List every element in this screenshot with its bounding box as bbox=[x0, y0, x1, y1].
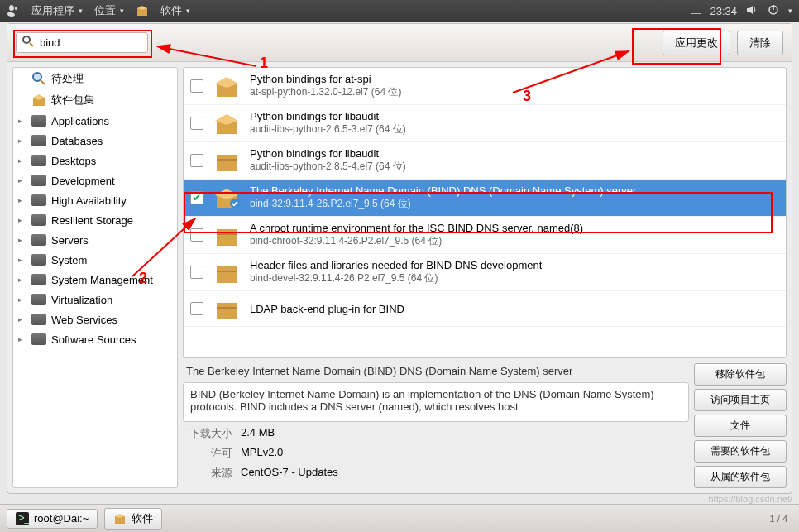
detail-source-value: CentOS-7 - Updates bbox=[241, 466, 338, 481]
detail-title: The Berkeley Internet Name Domain (BIND)… bbox=[183, 363, 689, 379]
files-button[interactable]: 文件 bbox=[694, 415, 787, 437]
panel-tray: 二 23:34 ▾ bbox=[691, 3, 792, 19]
sidebar-collections[interactable]: 软件包集 bbox=[13, 89, 177, 111]
sidebar-pending-label: 待处理 bbox=[51, 71, 84, 86]
svg-point-5 bbox=[33, 73, 41, 81]
folder-icon bbox=[31, 253, 46, 266]
sidebar-category-label: Databases bbox=[51, 135, 103, 147]
folder-icon bbox=[31, 273, 46, 286]
disclosure-triangle-icon: ▸ bbox=[18, 276, 26, 284]
taskbar-terminal-label: root@Dai:~ bbox=[34, 512, 89, 525]
detail-size-value: 2.4 MB bbox=[241, 426, 275, 441]
panel-places-menu[interactable]: 位置 bbox=[94, 3, 124, 18]
detail-size-label: 下载大小 bbox=[186, 426, 232, 441]
sidebar-category-label: System bbox=[51, 254, 87, 266]
sidebar-collections-label: 软件包集 bbox=[51, 93, 94, 108]
svg-rect-13 bbox=[217, 266, 237, 283]
package-checkbox[interactable] bbox=[190, 154, 203, 167]
search-input[interactable] bbox=[40, 36, 142, 49]
svg-line-6 bbox=[41, 80, 45, 84]
sidebar-category[interactable]: ▸Desktops bbox=[13, 151, 177, 170]
package-subtitle: bind-32:9.11.4-26.P2.el7_9.5 (64 位) bbox=[250, 197, 636, 211]
package-checkbox[interactable] bbox=[190, 117, 203, 130]
sidebar-category[interactable]: ▸Development bbox=[13, 170, 177, 190]
workspace-pager[interactable]: 1 / 4 bbox=[770, 514, 792, 524]
package-box-icon bbox=[212, 185, 242, 210]
sidebar-category-label: High Availability bbox=[51, 194, 127, 207]
search-field-wrap bbox=[16, 32, 148, 53]
panel-caret-icon[interactable]: ▾ bbox=[788, 7, 792, 15]
package-box-icon bbox=[212, 223, 242, 247]
folder-icon bbox=[31, 233, 46, 247]
magnifier-icon bbox=[31, 72, 46, 85]
package-subtitle: audit-libs-python-2.6.5-3.el7 (64 位) bbox=[250, 122, 406, 137]
sidebar-category[interactable]: ▸Virtualization bbox=[13, 290, 177, 309]
search-icon bbox=[22, 35, 35, 50]
package-checkbox[interactable] bbox=[190, 266, 203, 279]
folder-icon bbox=[31, 313, 46, 326]
folder-icon bbox=[31, 174, 46, 187]
sidebar-category-label: Resilient Storage bbox=[51, 214, 133, 227]
sidebar-category[interactable]: ▸Web Services bbox=[13, 309, 177, 329]
volume-icon[interactable] bbox=[745, 3, 758, 19]
sidebar-category-label: Virtualization bbox=[51, 294, 112, 306]
package-row[interactable]: Python bindings for libauditaudit-libs-p… bbox=[184, 142, 786, 180]
package-row[interactable]: The Berkeley Internet Name Domain (BIND)… bbox=[184, 180, 786, 217]
package-checkbox[interactable] bbox=[190, 191, 203, 204]
package-row[interactable]: Python bindings for at-spiat-spi-python-… bbox=[184, 68, 786, 105]
package-row[interactable]: Python bindings for libauditaudit-libs-p… bbox=[184, 105, 786, 142]
package-box-icon bbox=[212, 296, 242, 321]
package-checkbox[interactable] bbox=[190, 228, 203, 242]
sidebar-category-label: Web Services bbox=[51, 314, 117, 326]
package-row[interactable]: Header files and libraries needed for BI… bbox=[184, 254, 786, 291]
taskbar-software[interactable]: 软件 bbox=[104, 508, 162, 530]
package-row[interactable]: LDAP back-end plug-in for BIND bbox=[184, 291, 786, 327]
detail-source-label: 来源 bbox=[186, 466, 232, 481]
sidebar-pending[interactable]: 待处理 bbox=[13, 68, 177, 89]
top-panel: 应用程序 位置 软件 二 23:34 ▾ bbox=[0, 0, 799, 22]
folder-icon bbox=[31, 154, 46, 167]
package-checkbox[interactable] bbox=[190, 79, 203, 93]
package-box-icon bbox=[212, 74, 242, 98]
terminal-icon: >_ bbox=[16, 512, 29, 525]
power-icon[interactable] bbox=[767, 3, 780, 19]
sidebar-category[interactable]: ▸High Availability bbox=[13, 190, 177, 210]
sidebar-category-label: Development bbox=[51, 175, 115, 187]
sidebar-category-label: Applications bbox=[51, 115, 109, 127]
package-checkbox[interactable] bbox=[190, 302, 203, 315]
apply-changes-button[interactable]: 应用更改 bbox=[663, 31, 730, 55]
panel-software-menu[interactable]: 软件 bbox=[160, 3, 190, 18]
main-area: Python bindings for at-spiat-spi-python-… bbox=[183, 67, 787, 488]
sidebar-category[interactable]: ▸Applications bbox=[13, 111, 177, 131]
sidebar-category[interactable]: ▸Servers bbox=[13, 230, 177, 250]
software-panel-icon bbox=[136, 4, 149, 17]
taskbar-terminal[interactable]: >_ root@Dai:~ bbox=[7, 509, 98, 529]
sidebar-category[interactable]: ▸Software Sources bbox=[13, 329, 177, 349]
svg-text:>_: >_ bbox=[18, 512, 29, 524]
detail-license-value: MPLv2.0 bbox=[241, 446, 283, 461]
package-list[interactable]: Python bindings for at-spiat-spi-python-… bbox=[183, 67, 787, 358]
sidebar-category[interactable]: ▸Resilient Storage bbox=[13, 210, 177, 230]
folder-icon bbox=[31, 213, 46, 227]
package-subtitle: bind-devel-32:9.11.4-26.P2.el7_9.5 (64 位… bbox=[250, 271, 542, 285]
package-subtitle: at-spi-python-1.32.0-12.el7 (64 位) bbox=[250, 85, 401, 99]
homepage-button[interactable]: 访问项目主页 bbox=[694, 389, 787, 411]
sidebar-category[interactable]: ▸System Management bbox=[13, 270, 177, 290]
folder-icon bbox=[31, 114, 46, 127]
sidebar-category[interactable]: ▸Databases bbox=[13, 131, 177, 151]
box-icon bbox=[31, 93, 46, 107]
svg-rect-11 bbox=[217, 229, 237, 246]
svg-rect-8 bbox=[217, 155, 237, 171]
panel-apps-menu[interactable]: 应用程序 bbox=[31, 3, 83, 18]
package-row[interactable]: A chroot runtime environment for the ISC… bbox=[184, 217, 786, 254]
svg-point-3 bbox=[23, 36, 30, 43]
package-title: Python bindings for libaudit bbox=[250, 110, 406, 122]
clear-button[interactable]: 清除 bbox=[737, 31, 783, 55]
remove-package-button[interactable]: 移除软件包 bbox=[694, 363, 787, 386]
svg-line-4 bbox=[30, 43, 33, 46]
required-packages-button[interactable]: 需要的软件包 bbox=[694, 440, 787, 463]
dependent-packages-button[interactable]: 从属的软件包 bbox=[694, 466, 787, 488]
disclosure-triangle-icon: ▸ bbox=[18, 295, 26, 304]
sidebar-category-label: Software Sources bbox=[51, 333, 136, 346]
sidebar-category[interactable]: ▸System bbox=[13, 250, 177, 270]
